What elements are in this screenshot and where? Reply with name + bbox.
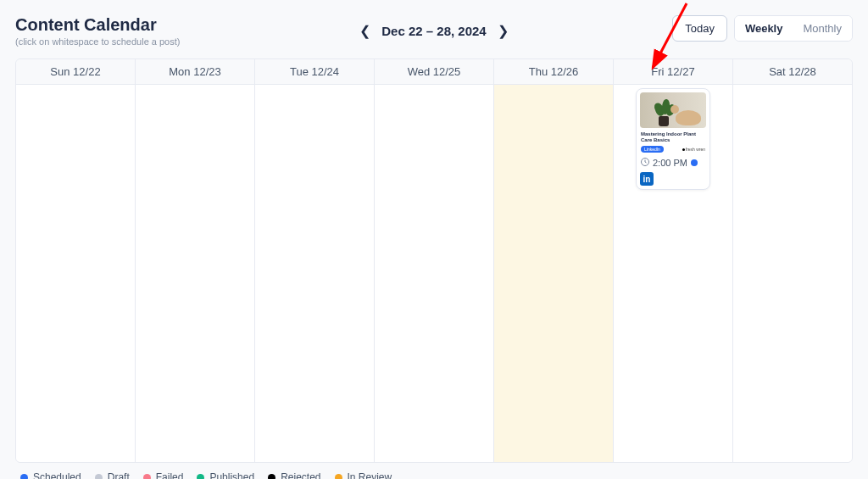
today-button[interactable]: Today <box>672 15 727 42</box>
legend-label: In Review <box>348 471 392 479</box>
day-header: Tue 12/24 <box>255 59 375 84</box>
legend-item: Scheduled <box>20 471 81 479</box>
legend-label: Failed <box>156 471 184 479</box>
header-left: Content Calendar (click on whitespace to… <box>15 15 180 47</box>
day-columns-row: Mastering Indoor Plant Care Basics Linke… <box>16 85 852 462</box>
status-legend: ScheduledDraftFailedPublishedRejectedIn … <box>15 463 853 479</box>
post-thumbnail <box>640 92 706 128</box>
legend-dot <box>95 474 103 480</box>
prev-week-button[interactable]: ❮ <box>353 19 376 42</box>
legend-label: Published <box>209 471 254 479</box>
post-tag: LinkedIn <box>641 146 664 153</box>
date-navigator: ❮ Dec 22 – 28, 2024 ❯ <box>353 19 515 42</box>
day-headers-row: Sun 12/22Mon 12/23Tue 12/24Wed 12/25Thu … <box>16 59 852 85</box>
day-header: Thu 12/26 <box>494 59 614 84</box>
view-toggle: Weekly Monthly <box>734 15 853 42</box>
day-column[interactable] <box>16 85 136 462</box>
legend-item: In Review <box>335 471 392 479</box>
day-header: Sat 12/28 <box>733 59 852 84</box>
day-header: Mon 12/23 <box>136 59 255 84</box>
day-column[interactable] <box>255 85 375 462</box>
post-time: 2:00 PM <box>653 158 687 168</box>
calendar-grid: Sun 12/22Mon 12/23Tue 12/24Wed 12/25Thu … <box>15 58 853 463</box>
day-header: Wed 12/25 <box>375 59 494 84</box>
page-subtitle: (click on whitespace to schedule a post) <box>15 36 180 47</box>
legend-dot <box>20 474 28 480</box>
status-dot-scheduled <box>691 159 698 166</box>
day-column[interactable]: Mastering Indoor Plant Care Basics Linke… <box>614 85 733 462</box>
legend-label: Scheduled <box>33 471 81 479</box>
page-title: Content Calendar <box>15 15 180 35</box>
date-range-label: Dec 22 – 28, 2024 <box>381 24 486 38</box>
post-title: Mastering Indoor Plant Care Basics <box>640 131 706 143</box>
linkedin-icon: in <box>640 172 654 186</box>
clock-icon <box>640 157 650 169</box>
legend-label: Rejected <box>281 471 320 479</box>
legend-item: Published <box>197 471 254 479</box>
legend-dot <box>143 474 151 480</box>
day-column[interactable] <box>494 85 614 462</box>
day-column[interactable] <box>375 85 494 462</box>
view-weekly-button[interactable]: Weekly <box>735 16 793 41</box>
legend-label: Draft <box>108 471 130 479</box>
day-header: Fri 12/27 <box>614 59 733 84</box>
scheduled-post-card[interactable]: Mastering Indoor Plant Care Basics Linke… <box>636 88 710 190</box>
legend-dot <box>268 474 275 480</box>
legend-dot <box>197 474 204 480</box>
post-meta: fresh wren <box>682 147 705 152</box>
header-controls: Today Weekly Monthly <box>672 15 853 42</box>
day-column[interactable] <box>136 85 255 462</box>
legend-item: Draft <box>95 471 130 479</box>
chevron-left-icon: ❮ <box>359 23 370 39</box>
day-header: Sun 12/22 <box>16 59 136 84</box>
legend-item: Rejected <box>268 471 320 479</box>
day-column[interactable] <box>733 85 852 462</box>
legend-item: Failed <box>143 471 184 479</box>
legend-dot <box>335 474 342 480</box>
chevron-right-icon: ❯ <box>498 23 509 39</box>
view-monthly-button[interactable]: Monthly <box>793 16 852 41</box>
next-week-button[interactable]: ❯ <box>492 19 515 42</box>
